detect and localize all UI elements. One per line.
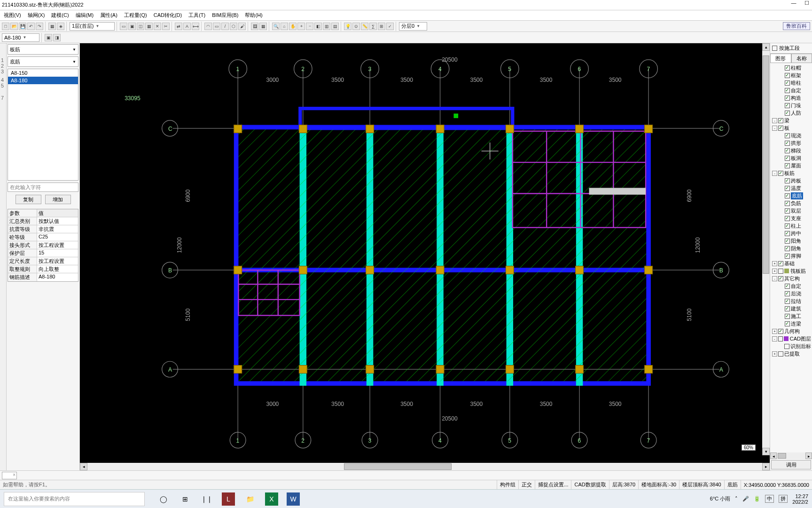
start-icon[interactable]: ◯ [157, 492, 170, 506]
prop-value[interactable]: A8-180 [37, 273, 78, 281]
tree-checkbox[interactable] [785, 65, 790, 71]
tree-checkbox[interactable] [778, 171, 783, 176]
tree-node[interactable]: 施工 [771, 312, 811, 320]
taskview-icon[interactable]: ⊞ [179, 492, 192, 506]
tree-node[interactable]: -板筋 [771, 169, 811, 177]
tree-node[interactable]: 撑脚 [771, 252, 811, 260]
tree-checkbox[interactable] [785, 133, 790, 138]
tool-calc-icon[interactable]: ∑ [369, 23, 377, 30]
explorer-icon[interactable]: 📁 [243, 492, 257, 506]
menu-model[interactable]: 建模(C) [49, 12, 70, 19]
tree-checkbox[interactable] [785, 321, 790, 326]
tray-up-icon[interactable]: ˄ [735, 496, 738, 502]
tool-d-icon[interactable]: ▦ [145, 23, 153, 30]
drawing-canvas[interactable]: 33095 3000 3500 3500 3500 3500 3500 2050… [80, 43, 770, 463]
tool-nav-icon[interactable]: ◈ [57, 23, 64, 30]
status-group[interactable]: 构件组 [497, 480, 518, 489]
app-luban-icon[interactable]: L [222, 492, 235, 506]
prop-value[interactable]: C25 [37, 233, 78, 241]
minimize-icon[interactable]: — [790, 0, 797, 6]
menu-tool[interactable]: 工具(T) [187, 12, 207, 19]
tree-node[interactable]: 跨中 [771, 230, 811, 237]
tree-node[interactable]: 拱形 [771, 139, 811, 147]
tree-node[interactable]: -其它构 [771, 275, 811, 282]
excel-icon[interactable]: X [265, 492, 278, 506]
expand-icon[interactable]: - [772, 276, 777, 281]
tree-node[interactable]: 阳角 [771, 237, 811, 245]
expand-icon[interactable]: - [772, 126, 777, 131]
tree-checkbox[interactable] [785, 254, 790, 259]
menu-cad[interactable]: CAD转化(D) [152, 12, 184, 19]
tree-checkbox[interactable] [778, 261, 783, 266]
tool-a-icon[interactable]: ▭ [120, 23, 127, 30]
tree-node[interactable]: 自定 [771, 87, 811, 94]
tree-node[interactable]: 跨板 [771, 177, 811, 184]
maximize-icon[interactable]: ☐ [804, 0, 810, 6]
tree-checkbox[interactable] [785, 111, 790, 116]
tree-checkbox[interactable] [778, 351, 783, 357]
tree-node[interactable]: 支座 [771, 214, 811, 222]
tree-node[interactable]: 阴角 [771, 245, 811, 252]
tool-check-icon[interactable]: ✓ [386, 23, 394, 30]
tree-checkbox[interactable] [785, 208, 790, 214]
tree-checkbox[interactable] [785, 178, 790, 183]
tree-checkbox[interactable] [785, 246, 790, 251]
tree-node[interactable]: -CAD图层 [771, 335, 811, 342]
status-ortho[interactable]: 正交 [518, 480, 535, 489]
tool-match-icon[interactable]: ⇄ [175, 23, 182, 30]
tree-node[interactable]: 建筑 [771, 305, 811, 312]
tree-checkbox[interactable] [778, 336, 783, 341]
tree-node[interactable]: -板 [771, 124, 811, 132]
tree-node[interactable]: 柱上 [771, 222, 811, 230]
tree-node[interactable]: 自定 [771, 282, 811, 290]
tool-undo-icon[interactable]: ↶ [27, 23, 35, 30]
vertical-scrollbar[interactable]: ▴ ▾ [762, 43, 770, 455]
tree-checkbox[interactable] [785, 103, 790, 108]
floor-select[interactable]: 1层(首层) ▼ [70, 22, 115, 31]
tool-open-icon[interactable]: 📂 [10, 23, 18, 30]
scroll-up-icon[interactable]: ▴ [762, 43, 770, 51]
expand-icon[interactable]: + [772, 329, 777, 334]
taskbar-search[interactable]: 在这里输入你要搜索的内容 [4, 492, 145, 506]
menu-view[interactable]: 视图(V) [2, 12, 23, 19]
tree-checkbox[interactable] [785, 73, 790, 78]
tree-node[interactable]: 双层 [771, 207, 811, 214]
tree-checkbox[interactable] [785, 148, 790, 153]
prop-value[interactable]: 按工程设置 [37, 257, 78, 265]
tree-checkbox[interactable] [785, 95, 790, 101]
tree-checkbox[interactable] [785, 314, 790, 319]
tree-checkbox[interactable] [785, 284, 790, 289]
zoom-indicator[interactable]: 60% [742, 444, 756, 451]
tree-node[interactable]: -梁 [771, 117, 811, 124]
tree-checkbox[interactable] [778, 118, 783, 123]
tool-save-icon[interactable]: 💾 [19, 23, 26, 30]
weather-widget[interactable]: 6°C 小雨 [710, 495, 731, 502]
tool-line-icon[interactable]: / [221, 23, 229, 30]
pinned-icon[interactable]: ❘❘ [200, 492, 213, 506]
tree-checkbox[interactable] [778, 276, 783, 281]
expand-icon[interactable]: + [772, 261, 777, 266]
tree-checkbox[interactable] [785, 231, 790, 236]
menu-edit[interactable]: 编辑(M) [74, 12, 96, 19]
rebar-subtype-select[interactable]: 底筋 ▼ [8, 56, 78, 67]
tool-zoomin-icon[interactable]: ＋ [297, 23, 305, 30]
expand-icon[interactable]: + [772, 269, 777, 274]
expand-icon[interactable]: + [772, 351, 777, 357]
prop-value[interactable]: 按默认值 [37, 217, 78, 225]
tool-b-icon[interactable]: ▣ [128, 23, 136, 30]
tool-layer-icon[interactable]: ▦ [48, 23, 56, 30]
tab-shape[interactable]: 图形 [770, 54, 791, 63]
tree-checkbox[interactable] [778, 329, 783, 334]
horizontal-scrollbar[interactable]: ◂ ▸ [80, 463, 770, 470]
list-item[interactable]: A8-180 [8, 77, 78, 84]
tool-grid-icon[interactable]: ▦ [259, 23, 267, 30]
close-icon[interactable]: × [13, 472, 16, 477]
tree-node[interactable]: 梯段 [771, 147, 811, 154]
tree-checkbox[interactable] [785, 156, 790, 161]
tree-checkbox[interactable] [785, 201, 790, 206]
tool-f-icon[interactable]: ✂ [162, 23, 170, 30]
menu-help[interactable]: 帮助(H) [243, 12, 264, 19]
add-button[interactable]: 增加 [45, 195, 71, 204]
tree-node[interactable]: 柱帽 [771, 64, 811, 71]
tool-rect-icon[interactable]: ▭ [213, 23, 220, 30]
